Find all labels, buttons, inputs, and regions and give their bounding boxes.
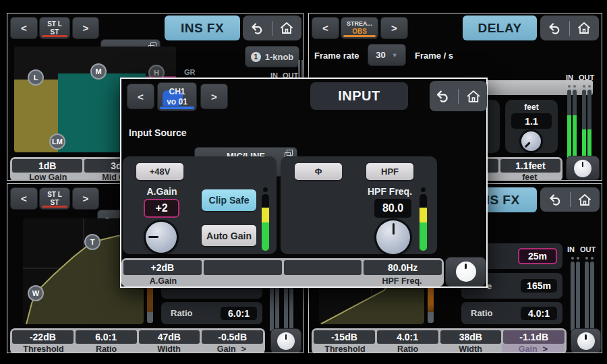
param-row-value: 6.0:1	[221, 307, 257, 320]
param-row-label: Ratio	[171, 308, 193, 318]
divider	[272, 21, 272, 36]
again-label: A.Gain	[135, 186, 189, 197]
touch-and-turn-knob-button[interactable]	[571, 328, 601, 353]
param-cell-again[interactable]: +2dB	[123, 260, 202, 275]
param-label: Threshold	[314, 344, 376, 353]
one-knob-label: 1-knob	[265, 52, 294, 62]
hpf-freq-label: HPF Freq.	[363, 186, 417, 197]
hpf-freq-knob[interactable]	[376, 220, 410, 254]
touch-and-turn-knob-button[interactable]	[445, 257, 486, 286]
next-channel-button[interactable]: >	[380, 17, 408, 39]
undo-icon[interactable]	[548, 193, 563, 206]
delay-unit-label: feet	[505, 102, 558, 112]
knob-icon	[456, 262, 476, 282]
channel-color-bar	[42, 35, 67, 38]
param-label-gain-selected: Gain >	[502, 344, 565, 353]
channel-name: CH1	[169, 87, 185, 96]
screen-title: INS FX	[165, 16, 240, 40]
channel-name: ST L	[47, 20, 62, 28]
param-row-ratio[interactable]: Ratio 6.0:1	[161, 302, 262, 324]
frame-unit-label: Frame / s	[415, 51, 453, 61]
threshold-handle[interactable]: T	[84, 234, 100, 250]
knob-icon	[574, 160, 591, 177]
gain-label: Gain	[519, 344, 538, 354]
more-params-chevron[interactable]: >	[241, 344, 247, 353]
param-cell-threshold[interactable]: -22dB	[12, 330, 74, 344]
in-meter	[571, 257, 575, 332]
channel-name: ST L	[47, 191, 62, 199]
next-channel-button[interactable]: >	[200, 84, 228, 109]
in-meter	[576, 257, 580, 332]
param-cell[interactable]	[284, 260, 362, 275]
param-cell[interactable]: 1dB	[12, 159, 82, 173]
channel-label: vo 01	[167, 97, 187, 107]
prev-channel-button[interactable]: <	[10, 187, 38, 210]
meter-labels: IN OUT	[566, 73, 594, 82]
home-icon[interactable]	[577, 22, 591, 34]
phantom-48v-button[interactable]: +48V	[136, 163, 183, 180]
frame-rate-dropdown[interactable]: 30 ▼	[368, 44, 406, 66]
next-channel-button[interactable]: >	[72, 17, 99, 39]
mid-band-handle[interactable]: M	[90, 63, 107, 80]
in-label: IN	[567, 245, 575, 253]
screen-title: DELAY	[463, 16, 537, 40]
again-value[interactable]: +2	[144, 199, 179, 218]
param-cell[interactable]	[204, 260, 282, 275]
param-cell-hpf[interactable]: 80.0Hz	[364, 260, 442, 275]
home-icon[interactable]	[279, 22, 294, 34]
touch-and-turn-knob-button[interactable]	[270, 328, 301, 353]
param-cell[interactable]: 1.1feet	[500, 159, 560, 173]
auto-gain-button[interactable]: Auto Gain	[202, 225, 256, 246]
divider	[458, 89, 459, 104]
in-meter	[567, 85, 571, 160]
input-source-label: Input Source	[129, 127, 187, 138]
popup-title: INPUT	[310, 82, 408, 110]
param-cell-width[interactable]: 38dB	[440, 330, 502, 344]
next-channel-button[interactable]: >	[72, 187, 99, 210]
undo-icon[interactable]	[435, 90, 451, 102]
touch-and-turn-knob-button[interactable]	[566, 156, 600, 181]
param-cell-ratio[interactable]: 4.0:1	[377, 330, 438, 344]
channel-color-bar	[42, 206, 67, 208]
width-handle[interactable]: W	[28, 285, 44, 301]
low-mid-crossover-handle[interactable]: LM	[49, 133, 65, 150]
mixer-multiview: < ST L ST > M.B.Comp INS FX	[0, 0, 607, 364]
channel-select-button[interactable]: CH1 vo 01	[157, 82, 197, 111]
delay-value[interactable]: 1.1	[511, 113, 552, 129]
frame-rate-label: Frame rate	[314, 51, 359, 61]
out-label: OUT	[579, 73, 594, 82]
param-label: A.Gain	[123, 275, 203, 286]
one-knob-button[interactable]: 1 1-knob	[245, 46, 299, 67]
meter-labels: IN OUT	[567, 245, 596, 253]
param-row-ratio[interactable]: Ratio 4.0:1	[461, 302, 562, 324]
param-cell-width[interactable]: 47dB	[139, 330, 200, 344]
channel-color-bar	[160, 107, 194, 109]
channel-select-button[interactable]: ST L ST	[39, 187, 70, 210]
parameter-bar: -22dB 6.0:1 47dB -0.5dB Threshold Ratio …	[10, 328, 265, 353]
channel-select-button[interactable]: ST L ST	[39, 17, 70, 39]
prev-channel-button[interactable]: <	[127, 84, 154, 109]
param-cell-gain[interactable]: -0.5dB	[202, 330, 263, 344]
channel-select-button[interactable]: STREA... OBS	[341, 17, 378, 39]
frame-rate-value: 30	[376, 50, 385, 60]
hpf-freq-value[interactable]: 80.0	[374, 199, 411, 218]
home-icon[interactable]	[465, 90, 482, 103]
prev-channel-button[interactable]: <	[312, 17, 339, 39]
phase-button[interactable]: Φ	[295, 163, 342, 180]
param-cell-ratio[interactable]: 6.0:1	[76, 330, 137, 344]
param-cell-gain-selected[interactable]: -1.1dB	[503, 330, 565, 344]
input-popup: < CH1 vo 01 > INPUT Input Source MIC/LIN…	[120, 78, 488, 288]
clip-safe-button[interactable]: Clip Safe	[202, 189, 256, 211]
undo-icon[interactable]	[548, 22, 562, 34]
input-level-meter	[262, 187, 269, 251]
home-icon[interactable]	[577, 193, 592, 206]
delay-knob[interactable]	[521, 131, 541, 151]
undo-icon[interactable]	[250, 22, 265, 34]
prev-channel-button[interactable]: <	[10, 17, 38, 39]
more-params-chevron[interactable]: >	[543, 344, 548, 353]
system-buttons	[430, 81, 487, 111]
hpf-button[interactable]: HPF	[366, 163, 413, 180]
param-cell-threshold[interactable]: -15dB	[314, 330, 375, 344]
low-band-handle[interactable]: L	[28, 69, 44, 86]
again-knob[interactable]	[146, 222, 177, 253]
